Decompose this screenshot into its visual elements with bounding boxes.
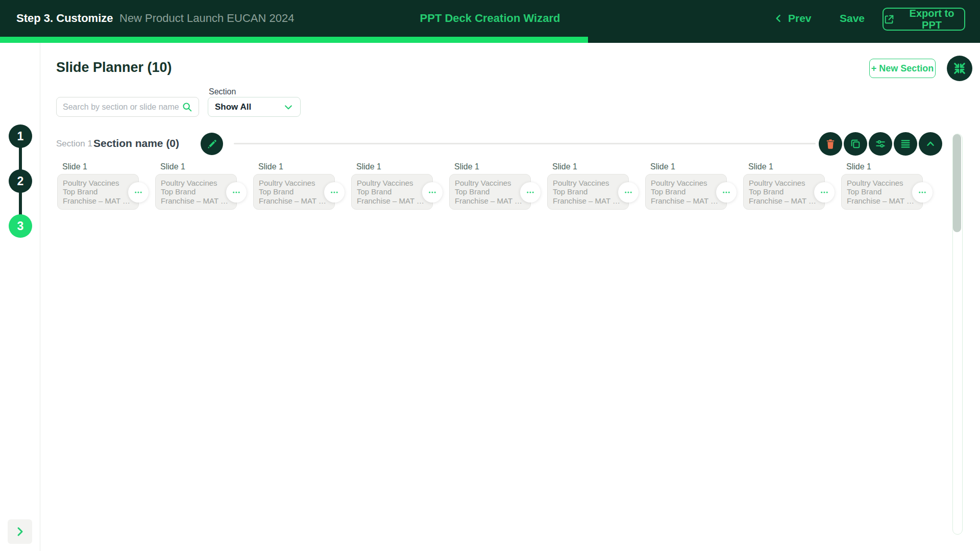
slide-card[interactable]: Poultry Vaccines Top Brand Franchise – M… (547, 174, 629, 210)
collapse-arrows-icon (952, 61, 967, 76)
app-root: Step 3. Customize New Product Launch EUC… (0, 0, 980, 551)
slide-options-button[interactable] (324, 182, 345, 203)
slide-title: Poultry Vaccines Top Brand Franchise – M… (357, 179, 427, 205)
slide-label: Slide 1 (160, 162, 237, 171)
chevron-right-icon (14, 525, 26, 538)
section-index-label: Section 1 (56, 139, 92, 149)
section-name-label: Section name (0) (93, 137, 179, 149)
slide-item: Slide 1 Poultry Vaccines Top Brand Franc… (743, 162, 825, 210)
slide-title: Poultry Vaccines Top Brand Franchise – M… (455, 179, 525, 205)
section-filter-dropdown[interactable]: Show All (208, 97, 301, 117)
slide-options-button[interactable] (128, 182, 149, 203)
slide-options-button[interactable] (618, 182, 639, 203)
slide-label: Slide 1 (258, 162, 335, 171)
slide-label: Slide 1 (748, 162, 825, 171)
prev-button[interactable]: Prev (774, 0, 812, 37)
search-field (56, 97, 199, 117)
export-label: Export to PPT (899, 8, 964, 31)
slide-item: Slide 1 Poultry Vaccines Top Brand Franc… (351, 162, 433, 210)
prev-label: Prev (788, 12, 812, 24)
slide-card[interactable]: Poultry Vaccines Top Brand Franchise – M… (841, 174, 923, 210)
slide-card[interactable]: Poultry Vaccines Top Brand Franchise – M… (351, 174, 433, 210)
slide-label: Slide 1 (356, 162, 433, 171)
slide-card[interactable]: Poultry Vaccines Top Brand Franchise – M… (155, 174, 237, 210)
slide-label: Slide 1 (62, 162, 139, 171)
section-list-view-button[interactable] (894, 132, 917, 156)
search-input[interactable] (63, 103, 182, 112)
wizard-progress-bar (0, 37, 980, 43)
sliders-icon (875, 138, 886, 149)
slide-item: Slide 1 Poultry Vaccines Top Brand Franc… (547, 162, 629, 210)
ellipsis-icon (330, 188, 339, 197)
search-icon (182, 102, 192, 112)
slide-item: Slide 1 Poultry Vaccines Top Brand Franc… (645, 162, 727, 210)
ellipsis-icon (820, 188, 829, 197)
slide-options-button[interactable] (422, 182, 443, 203)
ellipsis-icon (526, 188, 535, 197)
top-bar: Step 3. Customize New Product Launch EUC… (0, 0, 980, 37)
slide-options-button[interactable] (716, 182, 737, 203)
slide-item: Slide 1 Poultry Vaccines Top Brand Franc… (449, 162, 531, 210)
wizard-progress-fill (0, 37, 588, 43)
ellipsis-icon (134, 188, 143, 197)
save-button[interactable]: Save (840, 0, 865, 37)
ellipsis-icon (722, 188, 731, 197)
slide-title: Poultry Vaccines Top Brand Franchise – M… (749, 179, 819, 205)
slide-title: Poultry Vaccines Top Brand Franchise – M… (161, 179, 231, 205)
collapse-section-button[interactable] (919, 132, 942, 156)
section-divider (234, 143, 816, 144)
section-filter-value: Show All (215, 102, 251, 112)
slide-item: Slide 1 Poultry Vaccines Top Brand Franc… (155, 162, 237, 210)
slide-item: Slide 1 Poultry Vaccines Top Brand Franc… (57, 162, 139, 210)
section-filter-label: Section (209, 87, 236, 96)
step-1-button[interactable]: 1 (9, 124, 32, 148)
content-scrollbar-thumb[interactable] (953, 134, 961, 232)
delete-section-button[interactable] (819, 132, 842, 156)
slide-item: Slide 1 Poultry Vaccines Top Brand Franc… (253, 162, 335, 210)
slide-title: Poultry Vaccines Top Brand Franchise – M… (63, 179, 133, 205)
ellipsis-icon (232, 188, 241, 197)
page-title: Slide Planner (10) (56, 60, 172, 76)
section-settings-button[interactable] (869, 132, 892, 156)
slide-label: Slide 1 (846, 162, 923, 171)
ellipsis-icon (428, 188, 437, 197)
ellipsis-icon (918, 188, 927, 197)
slide-options-button[interactable] (226, 182, 247, 203)
external-link-icon (884, 14, 895, 25)
chevron-left-icon (774, 13, 784, 23)
slide-title: Poultry Vaccines Top Brand Franchise – M… (259, 179, 329, 205)
slide-label: Slide 1 (650, 162, 727, 171)
slide-card[interactable]: Poultry Vaccines Top Brand Franchise – M… (253, 174, 335, 210)
slide-options-button[interactable] (814, 182, 835, 203)
slide-title: Poultry Vaccines Top Brand Franchise – M… (651, 179, 721, 205)
slide-options-button[interactable] (912, 182, 933, 203)
slide-item: Slide 1 Poultry Vaccines Top Brand Franc… (841, 162, 923, 210)
slide-label: Slide 1 (552, 162, 629, 171)
chevron-up-icon (925, 138, 936, 149)
edit-section-button[interactable] (201, 133, 223, 155)
step-3-button[interactable]: 3 (9, 214, 32, 238)
slide-label: Slide 1 (454, 162, 531, 171)
slide-title: Poultry Vaccines Top Brand Franchise – M… (847, 179, 917, 205)
slide-card[interactable]: Poultry Vaccines Top Brand Franchise – M… (449, 174, 531, 210)
slide-card[interactable]: Poultry Vaccines Top Brand Franchise – M… (743, 174, 825, 210)
slide-options-button[interactable] (520, 182, 541, 203)
ellipsis-icon (624, 188, 633, 197)
new-section-button[interactable]: + New Section (869, 59, 936, 78)
pencil-icon (207, 139, 217, 149)
app-title: PPT Deck Creation Wizard (0, 0, 980, 37)
chevron-down-icon (283, 102, 293, 112)
list-icon (900, 138, 911, 149)
export-to-ppt-button[interactable]: Export to PPT (883, 8, 965, 31)
slide-title: Poultry Vaccines Top Brand Franchise – M… (553, 179, 623, 205)
duplicate-section-button[interactable] (844, 132, 867, 156)
collapse-all-button[interactable] (947, 56, 972, 81)
step-2-button[interactable]: 2 (9, 169, 32, 193)
slide-card[interactable]: Poultry Vaccines Top Brand Franchise – M… (645, 174, 727, 210)
copy-icon (850, 138, 861, 149)
trash-icon (825, 138, 836, 149)
slide-card[interactable]: Poultry Vaccines Top Brand Franchise – M… (57, 174, 139, 210)
step-rail: 1 2 3 (0, 43, 40, 551)
expand-sidebar-button[interactable] (8, 519, 32, 544)
